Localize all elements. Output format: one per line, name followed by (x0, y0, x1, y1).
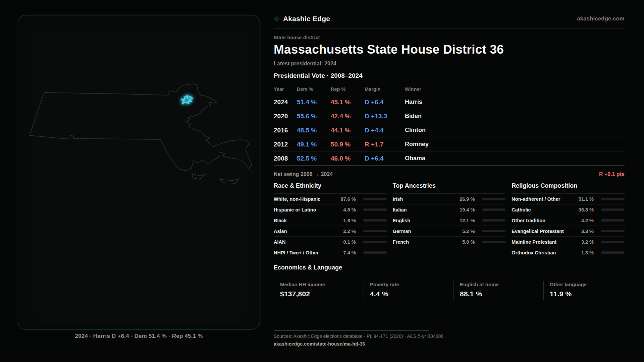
stat-label: English at home (460, 282, 543, 287)
economics-title: Economics & Language (274, 264, 625, 271)
demographics-label: Mainline Protestant (512, 239, 576, 245)
demographics-row: Asian2.2 % (274, 226, 387, 237)
brand-header: Akashic Edge akashicedge.com (274, 15, 625, 29)
vote-column-header: Rep % (331, 86, 365, 92)
vote-rep-pct: 42.4 % (331, 113, 365, 120)
demographics-row: Irish26.9 % (393, 194, 506, 204)
divider (274, 275, 625, 275)
vote-dem-pct: 49.1 % (297, 141, 331, 148)
demographics-label: White, non-Hispanic (274, 196, 338, 202)
vote-row: 202055.6 %42.4 %D +13.3Biden (274, 109, 625, 123)
stat-bar (601, 208, 625, 211)
demographics-value: 12.1 % (457, 218, 475, 223)
demographics-label: German (393, 229, 458, 234)
page-title: Massachusetts State House District 36 (274, 43, 625, 57)
vote-row: 201249.1 %50.9 %R +1.7Romney (274, 137, 625, 152)
demographics-label: English (393, 218, 458, 223)
vote-column-header: Year (274, 86, 297, 92)
demographics-row: Catholic36.8 % (512, 204, 625, 215)
stat-value: 88.1 % (460, 290, 543, 298)
demographics-card-title: Religious Composition (512, 182, 625, 194)
detail-panel: Akashic Edge akashicedge.com State house… (274, 0, 625, 362)
stat-bar (363, 198, 387, 200)
vote-rep-pct: 46.0 % (331, 155, 365, 162)
vote-rep-pct: 44.1 % (331, 127, 365, 134)
vote-year: 2016 (274, 127, 297, 134)
vote-row: 201648.5 %44.1 %D +4.4Clinton (274, 123, 625, 137)
demographics-value: 4.8 % (338, 207, 356, 213)
vote-year: 2012 (274, 141, 297, 148)
demographics-value: 5.2 % (457, 229, 475, 234)
brand-name: Akashic Edge (283, 15, 330, 23)
demographics-label: Italian (393, 207, 458, 213)
district-map-panel (18, 15, 260, 329)
diamond-icon (274, 16, 279, 22)
net-swing-row: Net swing 2008 → 2024 R +0.1 pts (274, 171, 625, 177)
stat-bar (482, 198, 505, 200)
stat-bar (482, 208, 505, 211)
demographics-row: French5.0 % (393, 237, 506, 247)
vote-rep-pct: 50.9 % (331, 141, 365, 148)
stat-bar (363, 251, 387, 254)
demographics-label: NHPI / Two+ / Other (274, 250, 338, 255)
stat-bar (601, 198, 625, 200)
vote-row: 200852.5 %46.0 %D +6.4Obama (274, 152, 625, 166)
demographics-value: 1.8 % (338, 218, 356, 223)
district-36-highlight (181, 96, 193, 104)
demographics-row: Black1.8 % (274, 215, 387, 226)
demographics-value: 7.4 % (338, 250, 356, 255)
stat-bar (482, 241, 505, 243)
demographics-value: 19.4 % (457, 207, 475, 213)
massachusetts-map (18, 15, 260, 330)
demographics-row: Hispanic or Latino4.8 % (274, 204, 387, 215)
demographics-label: Catholic (512, 207, 576, 213)
divider (274, 165, 625, 166)
latest-presidential-label: Latest presidential: 2024 (274, 61, 625, 67)
vote-dem-pct: 48.5 % (297, 127, 331, 134)
vote-table-body: 202451.4 %45.1 %D +6.4Harris202055.6 %42… (274, 95, 625, 166)
stat-bar (601, 219, 625, 222)
demographics-value: 26.9 % (457, 196, 475, 202)
marthas-vineyard-outline (192, 174, 206, 179)
stat-bar (482, 230, 505, 232)
vote-row: 202451.4 %45.1 %D +6.4Harris (274, 95, 625, 109)
net-swing-value: R +0.1 pts (599, 171, 625, 177)
vote-table-header: YearDem %Rep %MarginWinner (274, 83, 625, 95)
vote-winner: Harris (405, 99, 625, 106)
demographics-row: Evangelical Protestant3.3 % (512, 226, 625, 237)
stat-label: Poverty rate (370, 282, 453, 287)
economics-stat-tile: Median HH income$137,802 (274, 281, 364, 300)
stat-bar (363, 241, 387, 243)
stat-value: $137,802 (280, 290, 364, 298)
demographics-label: Asian (274, 229, 338, 234)
demographics-card: Religious CompositionNon-adherent / Othe… (512, 182, 625, 258)
demographics-value: 5.0 % (457, 239, 475, 245)
demographics-label: Other tradition (512, 218, 576, 223)
demographics-card-title: Race & Ethnicity (274, 182, 387, 194)
demographics-card-title: Top Ancestries (393, 182, 506, 194)
stat-bar (482, 219, 505, 222)
demographics-row: Non-adherent / Other51.1 % (512, 194, 625, 204)
economics-stats-row: Median HH income$137,802Poverty rate4.4 … (274, 281, 625, 300)
brand-domain-link[interactable]: akashicedge.com (577, 15, 625, 22)
demographics-value: 51.1 % (576, 196, 594, 202)
demographics-row: German5.2 % (393, 226, 506, 237)
demographics-label: Hispanic or Latino (274, 207, 338, 213)
demographics-value: 3.3 % (576, 229, 594, 234)
permalink[interactable]: akashicedge.com/state-house/ma-hd-36 (274, 341, 625, 347)
stat-bar (363, 219, 387, 222)
vote-winner: Biden (405, 113, 625, 120)
vote-year: 2020 (274, 113, 297, 120)
vote-dem-pct: 55.6 % (297, 113, 331, 120)
stat-label: Other language (550, 282, 625, 287)
demographics-row: Other tradition4.2 % (512, 215, 625, 226)
demographics-row: White, non-Hispanic87.6 % (274, 194, 387, 204)
demographics-value: 3.2 % (576, 239, 594, 245)
demographics-row: AIAN0.1 % (274, 237, 387, 247)
demographics-row: English12.1 % (393, 215, 506, 226)
vote-margin: D +6.4 (365, 155, 405, 162)
net-swing-label: Net swing 2008 → 2024 (274, 171, 333, 177)
demographics-value: 4.2 % (576, 218, 594, 223)
demographics-grid: Race & EthnicityWhite, non-Hispanic87.6 … (274, 182, 625, 258)
map-caption: 2024 · Harris D +6.4 · Dem 51.4 % · Rep … (18, 333, 260, 340)
